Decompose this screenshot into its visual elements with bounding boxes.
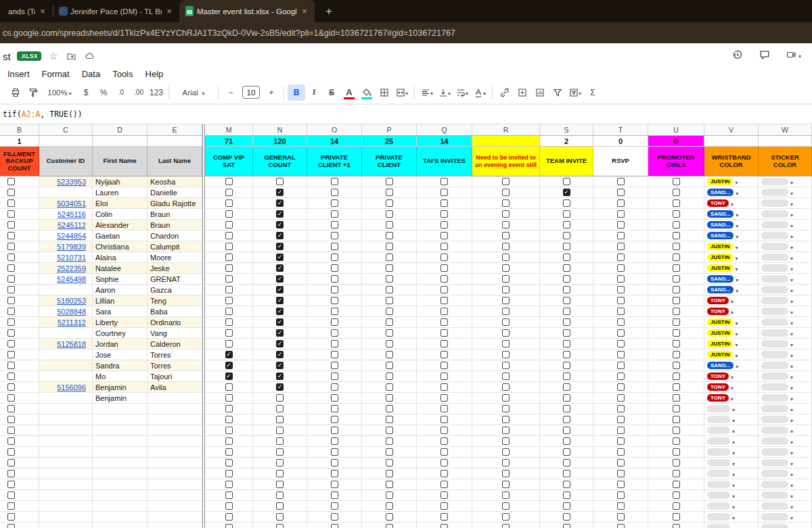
strikethrough-button[interactable]: S	[323, 85, 340, 101]
cell-u[interactable]	[648, 339, 704, 350]
checkbox-unchecked[interactable]	[563, 286, 570, 293]
checkbox-unchecked[interactable]	[563, 470, 570, 477]
cell-u[interactable]	[648, 274, 704, 285]
checkbox-unchecked[interactable]	[563, 459, 570, 466]
cell-t[interactable]	[593, 295, 648, 306]
column-letter-S[interactable]: S	[540, 124, 593, 136]
cell-d[interactable]: Christiana	[93, 241, 148, 252]
sticker-chip[interactable]	[761, 524, 788, 528]
cell-c[interactable]	[39, 490, 93, 501]
chip-dropdown-arrow-icon[interactable]	[732, 437, 735, 446]
sticker-chip[interactable]	[761, 448, 788, 456]
chip-dropdown-arrow-icon[interactable]	[790, 254, 793, 262]
cell-u[interactable]	[648, 176, 704, 187]
cell-o[interactable]	[307, 252, 362, 263]
checkbox-unchecked[interactable]	[276, 491, 284, 499]
cell-d[interactable]: Lillian	[93, 295, 148, 306]
checkbox-unchecked[interactable]	[7, 340, 15, 347]
checkbox-unchecked[interactable]	[7, 481, 15, 488]
menu-tools[interactable]: Tools	[106, 67, 139, 82]
cell-r[interactable]	[472, 447, 540, 458]
cell-u[interactable]	[648, 285, 704, 295]
zoom-select[interactable]: 100%	[42, 85, 77, 101]
checkbox-unchecked[interactable]	[502, 448, 510, 456]
cell-m[interactable]	[205, 295, 253, 306]
sticker-chip[interactable]	[761, 459, 788, 466]
checkbox-unchecked[interactable]	[673, 491, 680, 499]
cell-r[interactable]	[472, 220, 540, 231]
count-cell-U[interactable]: 0	[648, 136, 704, 147]
cell-c[interactable]: 5233953	[39, 176, 93, 187]
checkbox-unchecked[interactable]	[617, 254, 625, 261]
cell-n[interactable]	[253, 458, 307, 469]
cell-n[interactable]	[253, 220, 307, 231]
checkbox-unchecked[interactable]	[386, 437, 393, 445]
create-filter-button[interactable]	[549, 85, 566, 101]
checkbox-unchecked[interactable]	[441, 437, 448, 445]
cell-u[interactable]	[648, 241, 704, 252]
cell-o[interactable]	[307, 512, 362, 523]
checkbox-unchecked[interactable]	[441, 351, 448, 358]
checkbox-unchecked[interactable]	[617, 502, 625, 510]
cell-m[interactable]	[205, 512, 253, 523]
cell-o[interactable]	[307, 350, 362, 360]
checkbox-unchecked[interactable]	[673, 221, 680, 229]
cell-o[interactable]	[307, 393, 362, 404]
checkbox-unchecked[interactable]	[502, 221, 510, 229]
cell-s[interactable]	[540, 285, 593, 295]
wristband-chip[interactable]: JUSTIN	[707, 243, 733, 250]
cell-o[interactable]	[307, 187, 362, 198]
checkbox-unchecked[interactable]	[225, 491, 233, 499]
checkbox-unchecked[interactable]	[502, 524, 510, 528]
wristband-chip[interactable]: SAND...	[707, 275, 734, 283]
chip-dropdown-arrow-icon[interactable]	[790, 470, 793, 478]
sticker-chip[interactable]	[761, 178, 788, 185]
cell-v[interactable]	[704, 469, 759, 479]
checkbox-unchecked[interactable]	[617, 513, 625, 521]
cell-q[interactable]	[417, 274, 472, 285]
cell-s[interactable]	[540, 209, 593, 220]
fill-color-button[interactable]	[358, 85, 376, 101]
column-letter-P[interactable]: P	[362, 124, 417, 136]
cell-u[interactable]	[648, 350, 704, 360]
checkbox-unchecked[interactable]	[386, 481, 393, 488]
checkbox-unchecked[interactable]	[502, 308, 510, 315]
cell-p[interactable]	[362, 490, 417, 501]
cell-p[interactable]	[362, 295, 417, 306]
cell-n[interactable]	[253, 295, 307, 306]
checkbox-unchecked[interactable]	[441, 340, 448, 347]
cell-w[interactable]	[759, 220, 812, 231]
checkbox-unchecked[interactable]	[617, 189, 625, 196]
cell-r[interactable]	[472, 458, 540, 469]
checkbox-unchecked[interactable]	[331, 318, 338, 326]
cell-r[interactable]	[472, 252, 540, 263]
cell-m[interactable]	[205, 425, 253, 436]
cell-c[interactable]: 5034051	[39, 198, 93, 209]
checkbox-unchecked[interactable]	[617, 362, 625, 369]
cell-b[interactable]	[0, 198, 39, 209]
cell-b[interactable]	[0, 436, 39, 447]
cell-t[interactable]	[593, 360, 648, 371]
sticker-chip[interactable]	[761, 275, 788, 283]
close-tab-icon[interactable]	[38, 7, 47, 16]
cell-s[interactable]	[540, 241, 593, 252]
chip-dropdown-arrow-icon[interactable]	[735, 178, 738, 186]
chip-dropdown-arrow-icon[interactable]	[790, 340, 793, 348]
cell-d[interactable]: Natalee	[93, 263, 148, 274]
cell-q[interactable]	[417, 295, 472, 306]
cell-v[interactable]: JUSTIN	[704, 263, 759, 274]
checkbox-unchecked[interactable]	[502, 351, 510, 358]
checkbox-unchecked[interactable]	[331, 264, 338, 272]
checkbox-unchecked[interactable]	[502, 405, 510, 412]
checkbox-unchecked[interactable]	[441, 502, 448, 510]
cell-s[interactable]	[540, 231, 593, 241]
cell-u[interactable]	[648, 469, 704, 479]
chip-dropdown-arrow-icon[interactable]	[790, 189, 793, 197]
cell-d[interactable]: Sandra	[93, 360, 148, 371]
cell-s[interactable]	[540, 501, 593, 512]
cell-v[interactable]: JUSTIN	[704, 241, 759, 252]
count-cell-Q[interactable]: 14	[417, 136, 472, 147]
cell-w[interactable]	[759, 382, 812, 393]
checkbox-unchecked[interactable]	[502, 513, 510, 521]
cell-n[interactable]	[253, 469, 307, 479]
